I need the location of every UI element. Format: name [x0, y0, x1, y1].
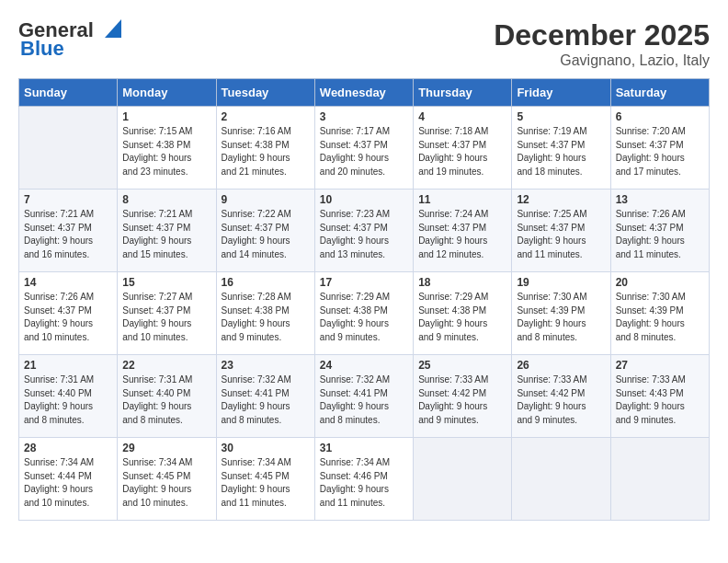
day-info: Sunrise: 7:30 AM Sunset: 4:39 PM Dayligh… [616, 291, 704, 344]
day-number: 22 [122, 359, 210, 372]
day-info: Sunrise: 7:28 AM Sunset: 4:38 PM Dayligh… [222, 291, 310, 344]
day-number: 6 [616, 110, 704, 123]
calendar-cell: 5Sunrise: 7:19 AM Sunset: 4:37 PM Daylig… [512, 107, 610, 190]
day-info: Sunrise: 7:27 AM Sunset: 4:37 PM Dayligh… [122, 291, 210, 344]
day-info: Sunrise: 7:29 AM Sunset: 4:38 PM Dayligh… [320, 291, 408, 344]
day-number: 24 [320, 359, 408, 372]
day-info: Sunrise: 7:33 AM Sunset: 4:43 PM Dayligh… [616, 373, 704, 427]
page-title: December 2025 [494, 18, 710, 52]
day-info: Sunrise: 7:16 AM Sunset: 4:38 PM Dayligh… [222, 125, 310, 178]
calendar-cell: 25Sunrise: 7:33 AM Sunset: 4:42 PM Dayli… [414, 355, 512, 438]
day-info: Sunrise: 7:15 AM Sunset: 4:38 PM Dayligh… [122, 125, 210, 178]
day-number: 8 [122, 193, 210, 206]
day-number: 2 [222, 110, 310, 123]
day-number: 23 [222, 359, 310, 372]
calendar-cell: 13Sunrise: 7:26 AM Sunset: 4:37 PM Dayli… [610, 190, 709, 272]
day-number: 19 [517, 276, 605, 289]
day-info: Sunrise: 7:32 AM Sunset: 4:41 PM Dayligh… [222, 373, 310, 427]
day-info: Sunrise: 7:30 AM Sunset: 4:39 PM Dayligh… [517, 291, 605, 344]
calendar-cell: 30Sunrise: 7:34 AM Sunset: 4:45 PM Dayli… [216, 438, 314, 521]
calendar-cell: 22Sunrise: 7:31 AM Sunset: 4:40 PM Dayli… [118, 355, 216, 438]
day-info: Sunrise: 7:17 AM Sunset: 4:37 PM Dayligh… [320, 125, 408, 178]
day-info: Sunrise: 7:29 AM Sunset: 4:38 PM Dayligh… [418, 291, 506, 344]
day-info: Sunrise: 7:33 AM Sunset: 4:42 PM Dayligh… [517, 373, 605, 427]
week-row-3: 14Sunrise: 7:26 AM Sunset: 4:37 PM Dayli… [19, 272, 710, 355]
day-info: Sunrise: 7:31 AM Sunset: 4:40 PM Dayligh… [122, 373, 210, 427]
day-number: 28 [24, 442, 112, 454]
day-number: 15 [122, 276, 210, 289]
calendar-cell: 17Sunrise: 7:29 AM Sunset: 4:38 PM Dayli… [314, 272, 413, 355]
day-info: Sunrise: 7:21 AM Sunset: 4:37 PM Dayligh… [24, 208, 112, 261]
day-number: 27 [616, 359, 704, 372]
day-header-sunday: Sunday [19, 79, 118, 107]
calendar-table: SundayMondayTuesdayWednesdayThursdayFrid… [18, 78, 710, 521]
calendar-cell [19, 107, 118, 190]
calendar-cell [512, 438, 610, 521]
day-number: 25 [418, 359, 506, 372]
day-info: Sunrise: 7:24 AM Sunset: 4:37 PM Dayligh… [418, 208, 506, 261]
day-number: 16 [222, 276, 310, 289]
day-info: Sunrise: 7:34 AM Sunset: 4:45 PM Dayligh… [222, 456, 310, 510]
svg-marker-0 [105, 19, 121, 38]
day-info: Sunrise: 7:23 AM Sunset: 4:37 PM Dayligh… [320, 208, 408, 261]
calendar-cell: 24Sunrise: 7:32 AM Sunset: 4:41 PM Dayli… [314, 355, 413, 438]
day-header-friday: Friday [512, 79, 610, 107]
day-number: 21 [24, 359, 112, 372]
calendar-cell: 8Sunrise: 7:21 AM Sunset: 4:37 PM Daylig… [118, 190, 216, 272]
calendar-cell: 14Sunrise: 7:26 AM Sunset: 4:37 PM Dayli… [19, 272, 118, 355]
day-header-thursday: Thursday [414, 79, 512, 107]
day-number: 30 [222, 442, 310, 454]
day-header-tuesday: Tuesday [216, 79, 314, 107]
day-number: 4 [418, 110, 506, 123]
title-block: December 2025 Gavignano, Lazio, Italy [494, 18, 710, 69]
logo-icon [96, 16, 121, 41]
calendar-cell: 4Sunrise: 7:18 AM Sunset: 4:37 PM Daylig… [414, 107, 512, 190]
day-info: Sunrise: 7:20 AM Sunset: 4:37 PM Dayligh… [616, 125, 704, 178]
day-info: Sunrise: 7:26 AM Sunset: 4:37 PM Dayligh… [24, 291, 112, 344]
day-info: Sunrise: 7:26 AM Sunset: 4:37 PM Dayligh… [616, 208, 704, 261]
calendar-cell: 27Sunrise: 7:33 AM Sunset: 4:43 PM Dayli… [610, 355, 709, 438]
day-number: 18 [418, 276, 506, 289]
day-number: 7 [24, 193, 112, 206]
day-info: Sunrise: 7:18 AM Sunset: 4:37 PM Dayligh… [418, 125, 506, 178]
day-number: 5 [517, 110, 605, 123]
day-header-monday: Monday [118, 79, 216, 107]
page-subtitle: Gavignano, Lazio, Italy [494, 52, 710, 69]
calendar-cell: 15Sunrise: 7:27 AM Sunset: 4:37 PM Dayli… [118, 272, 216, 355]
calendar-cell: 16Sunrise: 7:28 AM Sunset: 4:38 PM Dayli… [216, 272, 314, 355]
calendar-cell: 12Sunrise: 7:25 AM Sunset: 4:37 PM Dayli… [512, 190, 610, 272]
calendar-cell: 11Sunrise: 7:24 AM Sunset: 4:37 PM Dayli… [414, 190, 512, 272]
day-number: 10 [320, 193, 408, 206]
page-header: General Blue December 2025 Gavignano, La… [18, 18, 710, 69]
day-number: 20 [616, 276, 704, 289]
week-row-1: 1Sunrise: 7:15 AM Sunset: 4:38 PM Daylig… [19, 107, 710, 190]
day-number: 3 [320, 110, 408, 123]
calendar-cell [610, 438, 709, 521]
day-info: Sunrise: 7:22 AM Sunset: 4:37 PM Dayligh… [222, 208, 310, 261]
day-info: Sunrise: 7:34 AM Sunset: 4:45 PM Dayligh… [122, 456, 210, 510]
day-number: 31 [320, 442, 408, 454]
calendar-cell: 29Sunrise: 7:34 AM Sunset: 4:45 PM Dayli… [118, 438, 216, 521]
day-info: Sunrise: 7:34 AM Sunset: 4:44 PM Dayligh… [24, 456, 112, 510]
calendar-cell: 20Sunrise: 7:30 AM Sunset: 4:39 PM Dayli… [610, 272, 709, 355]
week-row-5: 28Sunrise: 7:34 AM Sunset: 4:44 PM Dayli… [19, 438, 710, 521]
day-number: 11 [418, 193, 506, 206]
week-row-4: 21Sunrise: 7:31 AM Sunset: 4:40 PM Dayli… [19, 355, 710, 438]
day-info: Sunrise: 7:25 AM Sunset: 4:37 PM Dayligh… [517, 208, 605, 261]
calendar-cell: 6Sunrise: 7:20 AM Sunset: 4:37 PM Daylig… [610, 107, 709, 190]
day-number: 9 [222, 193, 310, 206]
calendar-cell: 31Sunrise: 7:34 AM Sunset: 4:46 PM Dayli… [314, 438, 413, 521]
day-info: Sunrise: 7:31 AM Sunset: 4:40 PM Dayligh… [24, 373, 112, 427]
day-number: 26 [517, 359, 605, 372]
day-number: 13 [616, 193, 704, 206]
day-number: 1 [122, 110, 210, 123]
calendar-cell [414, 438, 512, 521]
day-number: 17 [320, 276, 408, 289]
calendar-cell: 28Sunrise: 7:34 AM Sunset: 4:44 PM Dayli… [19, 438, 118, 521]
calendar-cell: 19Sunrise: 7:30 AM Sunset: 4:39 PM Dayli… [512, 272, 610, 355]
day-info: Sunrise: 7:34 AM Sunset: 4:46 PM Dayligh… [320, 456, 408, 510]
day-number: 29 [122, 442, 210, 454]
day-info: Sunrise: 7:32 AM Sunset: 4:41 PM Dayligh… [320, 373, 408, 427]
calendar-cell: 10Sunrise: 7:23 AM Sunset: 4:37 PM Dayli… [314, 190, 413, 272]
calendar-cell: 3Sunrise: 7:17 AM Sunset: 4:37 PM Daylig… [314, 107, 413, 190]
